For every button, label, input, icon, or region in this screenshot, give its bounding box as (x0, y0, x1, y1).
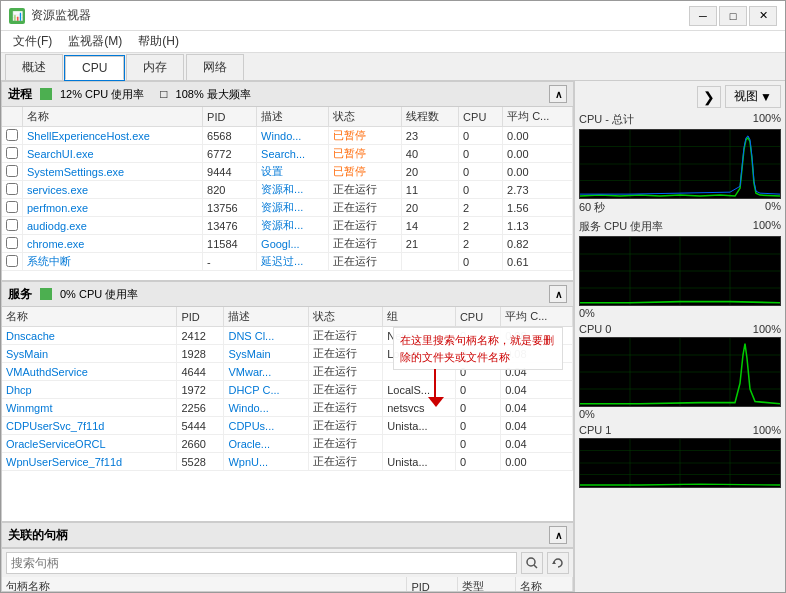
service-cpu-graph-section: 服务 CPU 使用率 100% 0% (579, 219, 781, 319)
maximize-button[interactable]: □ (719, 6, 747, 26)
table-row: Dhcp 1972 DHCP C... 正在运行 LocalS... 0 0.0… (2, 381, 573, 399)
svg-line-1 (534, 565, 537, 568)
title-bar-left: 📊 资源监视器 (9, 7, 91, 24)
cpu0-min: 0% (579, 408, 595, 420)
process-col-desc: 描述 (257, 107, 329, 127)
cpu0-label: CPU 0 100% (579, 323, 781, 335)
process-col-pid: PID (203, 107, 257, 127)
cpu0-title: CPU 0 (579, 323, 611, 335)
table-row: SearchUI.exe 6772 Search... 已暂停 40 0 0.0… (2, 145, 573, 163)
title-bar: 📊 资源监视器 ─ □ ✕ (1, 1, 785, 31)
view-button[interactable]: 视图 ▼ (725, 85, 781, 108)
cpu-total-bottom: 60 秒 0% (579, 200, 781, 215)
handle-table-container[interactable]: 句柄名称 PID 类型 名称 进进进进进进进进进和进进进进进进进往来结果 (2, 577, 573, 591)
tab-cpu[interactable]: CPU (65, 56, 124, 80)
tab-bar: 概述 CPU 内存 网络 (1, 53, 785, 81)
view-dropdown-icon: ▼ (760, 90, 772, 104)
process-col-status: 状态 (329, 107, 401, 127)
process-table-container[interactable]: 名称 PID 描述 状态 线程数 CPU 平均 C... (2, 107, 573, 280)
window-controls: ─ □ ✕ (689, 6, 777, 26)
table-row: Winmgmt 2256 Windo... 正在运行 netsvcs 0 0.0… (2, 399, 573, 417)
cpu0-max: 100% (753, 323, 781, 335)
expand-button[interactable]: ❯ (697, 86, 721, 108)
service-title: 服务 (8, 286, 32, 303)
handle-header-right: ∧ (549, 526, 567, 544)
main-content: 进程 12% CPU 使用率 □ 108% 最大频率 ∧ (1, 81, 785, 592)
view-label: 视图 (734, 88, 758, 105)
process-collapse-btn[interactable]: ∧ (549, 85, 567, 103)
process-cpu-indicator (40, 88, 52, 100)
right-header: ❯ 视图 ▼ (579, 85, 781, 108)
refresh-icon-button[interactable] (547, 552, 569, 574)
table-row: ShellExperienceHost.exe 6568 Windo... 已暂… (2, 127, 573, 145)
svg-marker-2 (552, 561, 556, 564)
handle-table: 句柄名称 PID 类型 名称 进进进进进进进进进和进进进进进进进往来结果 (2, 577, 573, 591)
cpu-total-time: 60 秒 (579, 200, 605, 215)
search-input-wrapper (6, 552, 517, 574)
table-row: services.exe 820 资源和... 正在运行 11 0 2.73 (2, 181, 573, 199)
process-section: 进程 12% CPU 使用率 □ 108% 最大频率 ∧ (1, 81, 574, 281)
process-title: 进程 (8, 86, 32, 103)
cpu-total-title: CPU - 总计 (579, 112, 634, 127)
menu-bar: 文件(F) 监视器(M) 帮助(H) (1, 31, 785, 53)
right-panel: ❯ 视图 ▼ CPU - 总计 100% (575, 81, 785, 592)
process-cpu-stat: 12% CPU 使用率 (60, 87, 144, 102)
table-row: SysMain 1928 SysMain 正在运行 LocalS... 0 0.… (2, 345, 573, 363)
cpu0-graph-section: CPU 0 100% 0% (579, 323, 781, 420)
cpu-total-max: 100% (753, 112, 781, 127)
cpu0-bottom: 0% (579, 408, 781, 420)
menu-monitor[interactable]: 监视器(M) (60, 31, 130, 52)
service-cpu-indicator (40, 288, 52, 300)
cpu-total-graph (579, 129, 781, 199)
handle-col-title: 名称 (515, 577, 572, 591)
handle-collapse-btn[interactable]: ∧ (549, 526, 567, 544)
cpu1-max: 100% (753, 424, 781, 436)
service-section-header: 服务 0% CPU 使用率 ∧ (2, 282, 573, 307)
tab-memory[interactable]: 内存 (126, 54, 184, 80)
handle-col-pid: PID (407, 577, 458, 591)
service-cpu-max: 100% (753, 219, 781, 234)
service-collapse-btn[interactable]: ∧ (549, 285, 567, 303)
service-cpu-title: 服务 CPU 使用率 (579, 219, 663, 234)
window-title: 资源监视器 (31, 7, 91, 24)
handle-col-name: 句柄名称 (2, 577, 407, 591)
service-col-name: 名称 (2, 307, 177, 327)
handle-search-input[interactable] (11, 556, 512, 570)
handle-search-bar (2, 548, 573, 577)
tab-overview[interactable]: 概述 (5, 54, 63, 80)
cpu1-label: CPU 1 100% (579, 424, 781, 436)
service-header-right: ∧ (549, 285, 567, 303)
tab-network[interactable]: 网络 (186, 54, 244, 80)
process-section-header: 进程 12% CPU 使用率 □ 108% 最大频率 ∧ (2, 82, 573, 107)
service-col-cpu: CPU (455, 307, 500, 327)
process-freq-indicator: □ (160, 87, 167, 101)
table-row: audiodg.exe 13476 资源和... 正在运行 14 2 1.13 (2, 217, 573, 235)
process-freq-stat: 108% 最大频率 (176, 87, 251, 102)
table-row: Dnscache 2412 DNS Cl... 正在运行 Netwo... 0 … (2, 327, 573, 345)
minimize-button[interactable]: ─ (689, 6, 717, 26)
cpu-total-min: 0% (765, 200, 781, 215)
table-row: chrome.exe 11584 Googl... 正在运行 21 2 0.82 (2, 235, 573, 253)
left-panel: 进程 12% CPU 使用率 □ 108% 最大频率 ∧ (1, 81, 575, 592)
app-icon: 📊 (9, 8, 25, 24)
menu-file[interactable]: 文件(F) (5, 31, 60, 52)
menu-help[interactable]: 帮助(H) (130, 31, 187, 52)
process-col-name: 名称 (23, 107, 203, 127)
handle-col-type: 类型 (458, 577, 515, 591)
service-col-status: 状态 (308, 307, 382, 327)
close-button[interactable]: ✕ (749, 6, 777, 26)
service-cpu-graph (579, 236, 781, 306)
service-section: 服务 0% CPU 使用率 ∧ 在这里搜索句柄名称，就是要删除的文件夹或文件名称 (1, 281, 574, 522)
search-icon-button[interactable] (521, 552, 543, 574)
cpu1-title: CPU 1 (579, 424, 611, 436)
service-col-avg: 平均 C... (501, 307, 573, 327)
service-table-container[interactable]: 名称 PID 描述 状态 组 CPU 平均 C... (2, 307, 573, 521)
table-row: 系统中断 - 延迟过... 正在运行 0 0.61 (2, 253, 573, 271)
sections-wrapper: 进程 12% CPU 使用率 □ 108% 最大频率 ∧ (1, 81, 574, 592)
table-row: CDPUserSvc_7f11d 5444 CDPUs... 正在运行 Unis… (2, 417, 573, 435)
handle-section: 关联的句柄 ∧ (1, 522, 574, 592)
process-col-check (2, 107, 23, 127)
table-row: VMAuthdService 4644 VMwar... 正在运行 0 0.04 (2, 363, 573, 381)
cpu-total-graph-section: CPU - 总计 100% (579, 112, 781, 215)
process-col-cpu: CPU (459, 107, 503, 127)
